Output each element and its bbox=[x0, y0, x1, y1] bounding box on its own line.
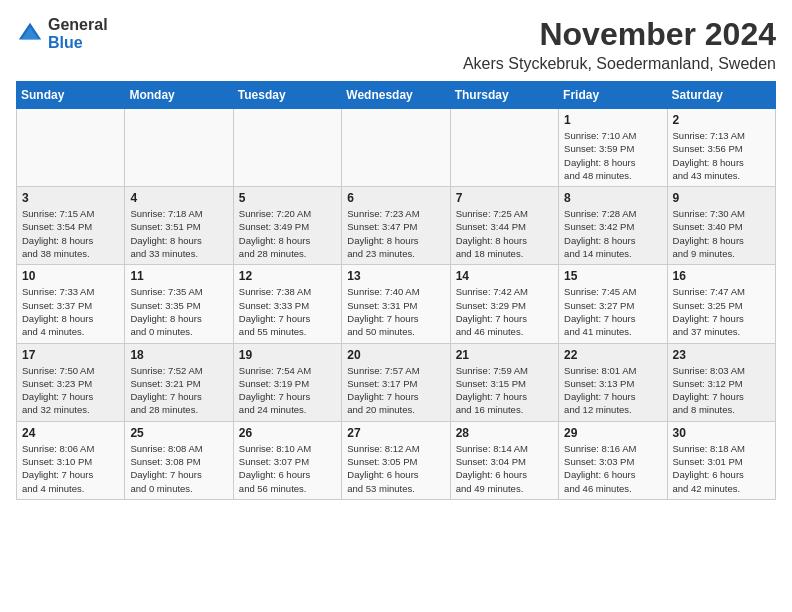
day-info: Sunrise: 8:14 AM Sunset: 3:04 PM Dayligh… bbox=[456, 442, 553, 495]
calendar-cell: 16Sunrise: 7:47 AM Sunset: 3:25 PM Dayli… bbox=[667, 265, 775, 343]
day-info: Sunrise: 8:10 AM Sunset: 3:07 PM Dayligh… bbox=[239, 442, 336, 495]
calendar-cell: 5Sunrise: 7:20 AM Sunset: 3:49 PM Daylig… bbox=[233, 187, 341, 265]
calendar-cell: 17Sunrise: 7:50 AM Sunset: 3:23 PM Dayli… bbox=[17, 343, 125, 421]
calendar-cell: 23Sunrise: 8:03 AM Sunset: 3:12 PM Dayli… bbox=[667, 343, 775, 421]
day-info: Sunrise: 7:45 AM Sunset: 3:27 PM Dayligh… bbox=[564, 285, 661, 338]
logo-blue: Blue bbox=[48, 34, 108, 52]
weekday-header-sunday: Sunday bbox=[17, 82, 125, 109]
weekday-header-wednesday: Wednesday bbox=[342, 82, 450, 109]
calendar-cell: 2Sunrise: 7:13 AM Sunset: 3:56 PM Daylig… bbox=[667, 109, 775, 187]
calendar-cell bbox=[450, 109, 558, 187]
logo-general: General bbox=[48, 16, 108, 34]
logo: General Blue bbox=[16, 16, 108, 51]
month-title: November 2024 bbox=[463, 16, 776, 53]
day-info: Sunrise: 8:12 AM Sunset: 3:05 PM Dayligh… bbox=[347, 442, 444, 495]
day-info: Sunrise: 7:30 AM Sunset: 3:40 PM Dayligh… bbox=[673, 207, 770, 260]
day-number: 11 bbox=[130, 269, 227, 283]
day-info: Sunrise: 7:20 AM Sunset: 3:49 PM Dayligh… bbox=[239, 207, 336, 260]
week-row-2: 3Sunrise: 7:15 AM Sunset: 3:54 PM Daylig… bbox=[17, 187, 776, 265]
day-info: Sunrise: 7:25 AM Sunset: 3:44 PM Dayligh… bbox=[456, 207, 553, 260]
calendar-table: SundayMondayTuesdayWednesdayThursdayFrid… bbox=[16, 81, 776, 500]
calendar-cell: 22Sunrise: 8:01 AM Sunset: 3:13 PM Dayli… bbox=[559, 343, 667, 421]
calendar-cell: 29Sunrise: 8:16 AM Sunset: 3:03 PM Dayli… bbox=[559, 421, 667, 499]
day-info: Sunrise: 7:15 AM Sunset: 3:54 PM Dayligh… bbox=[22, 207, 119, 260]
day-number: 10 bbox=[22, 269, 119, 283]
day-info: Sunrise: 8:01 AM Sunset: 3:13 PM Dayligh… bbox=[564, 364, 661, 417]
day-info: Sunrise: 7:23 AM Sunset: 3:47 PM Dayligh… bbox=[347, 207, 444, 260]
calendar-cell: 9Sunrise: 7:30 AM Sunset: 3:40 PM Daylig… bbox=[667, 187, 775, 265]
location-title: Akers Styckebruk, Soedermanland, Sweden bbox=[463, 55, 776, 73]
day-info: Sunrise: 7:18 AM Sunset: 3:51 PM Dayligh… bbox=[130, 207, 227, 260]
day-info: Sunrise: 8:03 AM Sunset: 3:12 PM Dayligh… bbox=[673, 364, 770, 417]
day-number: 2 bbox=[673, 113, 770, 127]
day-number: 28 bbox=[456, 426, 553, 440]
day-number: 16 bbox=[673, 269, 770, 283]
day-number: 21 bbox=[456, 348, 553, 362]
calendar-cell: 10Sunrise: 7:33 AM Sunset: 3:37 PM Dayli… bbox=[17, 265, 125, 343]
day-info: Sunrise: 7:33 AM Sunset: 3:37 PM Dayligh… bbox=[22, 285, 119, 338]
day-info: Sunrise: 8:16 AM Sunset: 3:03 PM Dayligh… bbox=[564, 442, 661, 495]
day-number: 5 bbox=[239, 191, 336, 205]
page-header: General Blue November 2024 Akers Styckeb… bbox=[16, 16, 776, 73]
day-number: 12 bbox=[239, 269, 336, 283]
week-row-1: 1Sunrise: 7:10 AM Sunset: 3:59 PM Daylig… bbox=[17, 109, 776, 187]
day-info: Sunrise: 7:38 AM Sunset: 3:33 PM Dayligh… bbox=[239, 285, 336, 338]
calendar-cell bbox=[125, 109, 233, 187]
calendar-cell: 12Sunrise: 7:38 AM Sunset: 3:33 PM Dayli… bbox=[233, 265, 341, 343]
calendar-cell: 4Sunrise: 7:18 AM Sunset: 3:51 PM Daylig… bbox=[125, 187, 233, 265]
calendar-cell bbox=[17, 109, 125, 187]
calendar-cell: 14Sunrise: 7:42 AM Sunset: 3:29 PM Dayli… bbox=[450, 265, 558, 343]
day-number: 1 bbox=[564, 113, 661, 127]
calendar-cell: 11Sunrise: 7:35 AM Sunset: 3:35 PM Dayli… bbox=[125, 265, 233, 343]
day-info: Sunrise: 7:50 AM Sunset: 3:23 PM Dayligh… bbox=[22, 364, 119, 417]
day-number: 23 bbox=[673, 348, 770, 362]
day-info: Sunrise: 7:28 AM Sunset: 3:42 PM Dayligh… bbox=[564, 207, 661, 260]
calendar-cell: 15Sunrise: 7:45 AM Sunset: 3:27 PM Dayli… bbox=[559, 265, 667, 343]
day-number: 7 bbox=[456, 191, 553, 205]
title-section: November 2024 Akers Styckebruk, Soederma… bbox=[463, 16, 776, 73]
calendar-cell: 13Sunrise: 7:40 AM Sunset: 3:31 PM Dayli… bbox=[342, 265, 450, 343]
day-number: 13 bbox=[347, 269, 444, 283]
day-info: Sunrise: 8:18 AM Sunset: 3:01 PM Dayligh… bbox=[673, 442, 770, 495]
day-number: 25 bbox=[130, 426, 227, 440]
calendar-cell: 27Sunrise: 8:12 AM Sunset: 3:05 PM Dayli… bbox=[342, 421, 450, 499]
calendar-cell bbox=[233, 109, 341, 187]
day-info: Sunrise: 7:13 AM Sunset: 3:56 PM Dayligh… bbox=[673, 129, 770, 182]
day-number: 29 bbox=[564, 426, 661, 440]
day-info: Sunrise: 8:08 AM Sunset: 3:08 PM Dayligh… bbox=[130, 442, 227, 495]
day-number: 18 bbox=[130, 348, 227, 362]
calendar-cell: 20Sunrise: 7:57 AM Sunset: 3:17 PM Dayli… bbox=[342, 343, 450, 421]
weekday-header-row: SundayMondayTuesdayWednesdayThursdayFrid… bbox=[17, 82, 776, 109]
calendar-cell: 25Sunrise: 8:08 AM Sunset: 3:08 PM Dayli… bbox=[125, 421, 233, 499]
day-number: 22 bbox=[564, 348, 661, 362]
day-number: 19 bbox=[239, 348, 336, 362]
logo-icon bbox=[16, 20, 44, 48]
calendar-cell: 8Sunrise: 7:28 AM Sunset: 3:42 PM Daylig… bbox=[559, 187, 667, 265]
day-info: Sunrise: 7:57 AM Sunset: 3:17 PM Dayligh… bbox=[347, 364, 444, 417]
calendar-cell: 30Sunrise: 8:18 AM Sunset: 3:01 PM Dayli… bbox=[667, 421, 775, 499]
weekday-header-friday: Friday bbox=[559, 82, 667, 109]
day-info: Sunrise: 7:40 AM Sunset: 3:31 PM Dayligh… bbox=[347, 285, 444, 338]
day-info: Sunrise: 7:59 AM Sunset: 3:15 PM Dayligh… bbox=[456, 364, 553, 417]
day-number: 30 bbox=[673, 426, 770, 440]
calendar-cell: 18Sunrise: 7:52 AM Sunset: 3:21 PM Dayli… bbox=[125, 343, 233, 421]
day-info: Sunrise: 7:35 AM Sunset: 3:35 PM Dayligh… bbox=[130, 285, 227, 338]
weekday-header-tuesday: Tuesday bbox=[233, 82, 341, 109]
calendar-cell: 3Sunrise: 7:15 AM Sunset: 3:54 PM Daylig… bbox=[17, 187, 125, 265]
day-number: 3 bbox=[22, 191, 119, 205]
calendar-cell bbox=[342, 109, 450, 187]
calendar-cell: 7Sunrise: 7:25 AM Sunset: 3:44 PM Daylig… bbox=[450, 187, 558, 265]
day-number: 6 bbox=[347, 191, 444, 205]
weekday-header-thursday: Thursday bbox=[450, 82, 558, 109]
calendar-cell: 28Sunrise: 8:14 AM Sunset: 3:04 PM Dayli… bbox=[450, 421, 558, 499]
calendar-cell: 24Sunrise: 8:06 AM Sunset: 3:10 PM Dayli… bbox=[17, 421, 125, 499]
day-number: 27 bbox=[347, 426, 444, 440]
day-number: 8 bbox=[564, 191, 661, 205]
weekday-header-monday: Monday bbox=[125, 82, 233, 109]
day-info: Sunrise: 7:54 AM Sunset: 3:19 PM Dayligh… bbox=[239, 364, 336, 417]
day-info: Sunrise: 8:06 AM Sunset: 3:10 PM Dayligh… bbox=[22, 442, 119, 495]
calendar-cell: 6Sunrise: 7:23 AM Sunset: 3:47 PM Daylig… bbox=[342, 187, 450, 265]
week-row-3: 10Sunrise: 7:33 AM Sunset: 3:37 PM Dayli… bbox=[17, 265, 776, 343]
day-number: 15 bbox=[564, 269, 661, 283]
calendar-cell: 21Sunrise: 7:59 AM Sunset: 3:15 PM Dayli… bbox=[450, 343, 558, 421]
